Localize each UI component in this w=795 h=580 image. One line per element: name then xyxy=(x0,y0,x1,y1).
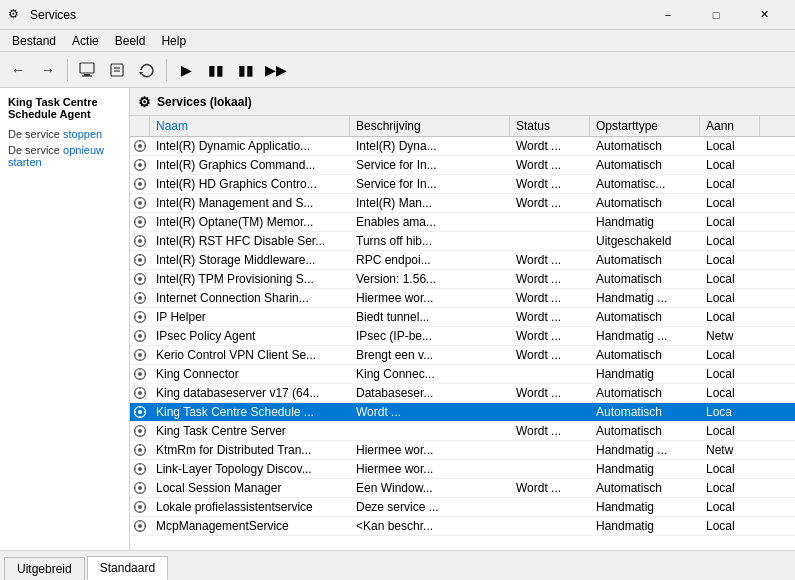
service-naam: Intel(R) TPM Provisioning S... xyxy=(150,270,350,288)
service-icon-cell xyxy=(130,232,150,250)
service-status xyxy=(510,498,590,516)
toolbar-sep-2 xyxy=(166,59,167,81)
service-aanm: Local xyxy=(700,270,760,288)
toolbar-restart[interactable]: ▶▶ xyxy=(262,56,290,84)
service-opstarttype: Automatisch xyxy=(590,308,700,326)
table-row[interactable]: Local Session ManagerEen Window...Wordt … xyxy=(130,479,795,498)
service-naam: Intel(R) Optane(TM) Memor... xyxy=(150,213,350,231)
service-status: Wordt ... xyxy=(510,422,590,440)
service-opstarttype: Automatisch xyxy=(590,384,700,402)
toolbar-properties[interactable] xyxy=(103,56,131,84)
table-row[interactable]: King ConnectorKing Connec...HandmatigLoc… xyxy=(130,365,795,384)
table-row[interactable]: KtmRm for Distributed Tran...Hiermee wor… xyxy=(130,441,795,460)
service-icon-cell xyxy=(130,308,150,326)
service-status: Wordt ... xyxy=(510,270,590,288)
right-panel: ⚙ Services (lokaal) Naam Beschrijving St… xyxy=(130,88,795,550)
table-row[interactable]: IPsec Policy AgentIPsec (IP-be...Wordt .… xyxy=(130,327,795,346)
service-status xyxy=(510,365,590,383)
service-aanm: Local xyxy=(700,365,760,383)
service-beschrijving: Intel(R) Dyna... xyxy=(350,137,510,155)
service-icon xyxy=(133,481,147,495)
th-aanm[interactable]: Aann xyxy=(700,116,760,136)
table-row[interactable]: King Task Centre Schedule ...Wordt ...Au… xyxy=(130,403,795,422)
table-row[interactable]: McpManagementService<Kan beschr...Handma… xyxy=(130,517,795,536)
toolbar-computer[interactable] xyxy=(73,56,101,84)
table-row[interactable]: Internet Connection Sharin...Hiermee wor… xyxy=(130,289,795,308)
service-beschrijving: Brengt een v... xyxy=(350,346,510,364)
service-status: Wordt ... xyxy=(510,346,590,364)
toolbar-refresh[interactable] xyxy=(133,56,161,84)
svg-point-122 xyxy=(138,505,142,509)
svg-rect-0 xyxy=(80,63,94,73)
menu-actie[interactable]: Actie xyxy=(64,32,107,50)
svg-point-14 xyxy=(138,163,142,167)
th-icon[interactable] xyxy=(130,116,150,136)
table-row[interactable]: Intel(R) HD Graphics Contro...Service fo… xyxy=(130,175,795,194)
table-row[interactable]: Lokale profielassistentserviceDeze servi… xyxy=(130,498,795,517)
service-icon-cell xyxy=(130,422,150,440)
table-row[interactable]: Intel(R) Optane(TM) Memor...Enables ama.… xyxy=(130,213,795,232)
minimize-button[interactable]: − xyxy=(645,0,691,30)
th-naam[interactable]: Naam xyxy=(150,116,350,136)
table-row[interactable]: Intel(R) Dynamic Applicatio...Intel(R) D… xyxy=(130,137,795,156)
title-bar-icon: ⚙ xyxy=(8,7,24,23)
stop-link[interactable]: stoppen xyxy=(63,128,102,140)
service-opstarttype: Automatisc... xyxy=(590,175,700,193)
left-panel-restart-text: De service opnieuw starten xyxy=(8,144,121,168)
table-row[interactable]: IP HelperBiedt tunnel...Wordt ...Automat… xyxy=(130,308,795,327)
toolbar-pause[interactable]: ▮▮ xyxy=(232,56,260,84)
service-beschrijving: IPsec (IP-be... xyxy=(350,327,510,345)
service-aanm: Local xyxy=(700,346,760,364)
th-opstarttype[interactable]: Opstarttype xyxy=(590,116,700,136)
menu-bestand[interactable]: Bestand xyxy=(4,32,64,50)
services-table[interactable]: Naam Beschrijving Status Opstarttype Aan… xyxy=(130,116,795,550)
th-beschrijving[interactable]: Beschrijving xyxy=(350,116,510,136)
table-row[interactable]: Intel(R) TPM Provisioning S...Version: 1… xyxy=(130,270,795,289)
service-icon-cell xyxy=(130,441,150,459)
service-naam: Local Session Manager xyxy=(150,479,350,497)
close-button[interactable]: ✕ xyxy=(741,0,787,30)
table-row[interactable]: Intel(R) Graphics Command...Service for … xyxy=(130,156,795,175)
service-status xyxy=(510,213,590,231)
service-icon-cell xyxy=(130,498,150,516)
svg-point-38 xyxy=(138,239,142,243)
service-status: Wordt ... xyxy=(510,308,590,326)
service-beschrijving: Intel(R) Man... xyxy=(350,194,510,212)
toolbar-stop[interactable]: ▮▮ xyxy=(202,56,230,84)
service-naam: Intel(R) Storage Middleware... xyxy=(150,251,350,269)
table-row[interactable]: Intel(R) RST HFC Disable Ser...Turns off… xyxy=(130,232,795,251)
svg-point-98 xyxy=(138,429,142,433)
service-naam: IPsec Policy Agent xyxy=(150,327,350,345)
toolbar-forward[interactable]: → xyxy=(34,56,62,84)
svg-point-44 xyxy=(138,258,142,262)
svg-rect-3 xyxy=(111,64,123,76)
table-header: Naam Beschrijving Status Opstarttype Aan… xyxy=(130,116,795,137)
svg-point-8 xyxy=(138,144,142,148)
table-row[interactable]: Link-Layer Topology Discov...Hiermee wor… xyxy=(130,460,795,479)
maximize-button[interactable]: □ xyxy=(693,0,739,30)
svg-point-128 xyxy=(138,524,142,528)
restart-prefix: De service xyxy=(8,144,60,156)
th-status[interactable]: Status xyxy=(510,116,590,136)
tab-uitgebreid[interactable]: Uitgebreid xyxy=(4,557,85,580)
table-row[interactable]: King Task Centre ServerWordt ...Automati… xyxy=(130,422,795,441)
svg-point-56 xyxy=(138,296,142,300)
table-row[interactable]: Intel(R) Storage Middleware...RPC endpoi… xyxy=(130,251,795,270)
service-opstarttype: Uitgeschakeld xyxy=(590,232,700,250)
table-row[interactable]: Intel(R) Management and S...Intel(R) Man… xyxy=(130,194,795,213)
tab-standaard[interactable]: Standaard xyxy=(87,556,168,580)
menu-help[interactable]: Help xyxy=(153,32,194,50)
service-naam: McpManagementService xyxy=(150,517,350,535)
toolbar-play[interactable]: ▶ xyxy=(172,56,200,84)
table-row[interactable]: Kerio Control VPN Client Se...Brengt een… xyxy=(130,346,795,365)
table-row[interactable]: King databaseserver v17 (64...Databasese… xyxy=(130,384,795,403)
service-naam: Intel(R) Management and S... xyxy=(150,194,350,212)
toolbar-back[interactable]: ← xyxy=(4,56,32,84)
service-naam: Kerio Control VPN Client Se... xyxy=(150,346,350,364)
service-beschrijving: Wordt ... xyxy=(350,403,510,421)
toolbar: ← → ▶ ▮▮ ▮▮ ▶▶ xyxy=(0,52,795,88)
menu-beeld[interactable]: Beeld xyxy=(107,32,154,50)
service-aanm: Local xyxy=(700,517,760,535)
service-beschrijving xyxy=(350,422,510,440)
service-aanm: Local xyxy=(700,251,760,269)
